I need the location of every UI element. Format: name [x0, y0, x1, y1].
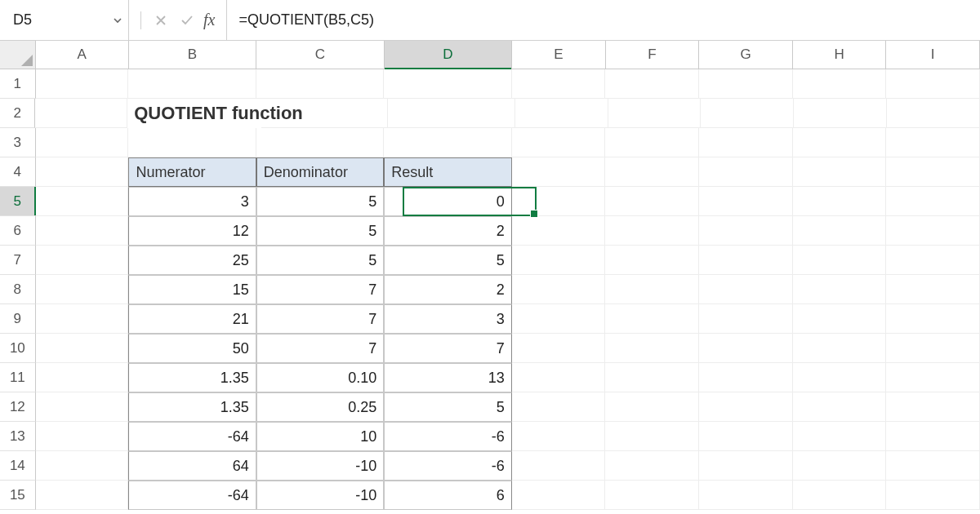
cell-numerator[interactable]: 21: [128, 304, 256, 334]
cell-result[interactable]: 3: [384, 304, 511, 334]
cell-numerator[interactable]: 15: [128, 275, 256, 304]
row-header[interactable]: 10: [0, 334, 36, 363]
cell[interactable]: [793, 216, 887, 246]
table-header-result[interactable]: Result: [384, 157, 511, 187]
cell-result[interactable]: 0: [384, 187, 511, 216]
cell-numerator[interactable]: 50: [128, 334, 256, 363]
cell[interactable]: [886, 392, 980, 422]
cell[interactable]: [886, 451, 980, 481]
row-header[interactable]: 15: [0, 481, 36, 510]
cell-denominator[interactable]: -10: [256, 481, 384, 510]
col-header-I[interactable]: I: [886, 41, 980, 69]
cell[interactable]: [794, 99, 887, 128]
cell-denominator[interactable]: 7: [256, 304, 384, 334]
cell[interactable]: [512, 69, 606, 99]
cell[interactable]: [512, 275, 606, 304]
cell[interactable]: [36, 451, 129, 481]
row-header[interactable]: 12: [0, 392, 36, 422]
cell[interactable]: [793, 304, 887, 334]
cell[interactable]: [605, 246, 699, 275]
cell[interactable]: [886, 422, 980, 451]
cell[interactable]: [793, 69, 887, 99]
select-all-corner[interactable]: [0, 41, 36, 69]
cell[interactable]: [699, 334, 793, 363]
cell-denominator[interactable]: 0.25: [256, 392, 384, 422]
cell-result[interactable]: -6: [384, 451, 511, 481]
cell[interactable]: [384, 69, 511, 99]
cell-denominator[interactable]: 10: [256, 422, 384, 451]
cell[interactable]: [36, 187, 129, 216]
cell[interactable]: [36, 216, 129, 246]
cell[interactable]: [36, 246, 129, 275]
cell[interactable]: [605, 187, 699, 216]
col-header-G[interactable]: G: [699, 41, 793, 69]
cell[interactable]: [699, 216, 793, 246]
cell[interactable]: [699, 304, 793, 334]
cell[interactable]: [512, 422, 606, 451]
name-box[interactable]: D5: [11, 11, 112, 29]
cell[interactable]: [261, 99, 388, 128]
cell-denominator[interactable]: 5: [256, 246, 384, 275]
cell[interactable]: [36, 392, 129, 422]
row-header[interactable]: 14: [0, 451, 36, 481]
cell[interactable]: [605, 304, 699, 334]
table-header-denominator[interactable]: Denominator: [256, 157, 384, 187]
cell[interactable]: [384, 128, 511, 157]
row-header[interactable]: 6: [0, 216, 36, 246]
cell-numerator[interactable]: 1.35: [128, 392, 256, 422]
cell-numerator[interactable]: 64: [128, 451, 256, 481]
cancel-icon[interactable]: [149, 9, 172, 32]
cell[interactable]: [887, 99, 980, 128]
cell-numerator[interactable]: 25: [128, 246, 256, 275]
row-header[interactable]: 3: [0, 128, 36, 157]
cell[interactable]: [605, 392, 699, 422]
row-header[interactable]: 5: [0, 187, 36, 216]
cell[interactable]: [35, 99, 127, 128]
cell[interactable]: [793, 187, 887, 216]
cell[interactable]: [886, 187, 980, 216]
cell[interactable]: [699, 363, 793, 392]
cell-denominator[interactable]: 0.10: [256, 363, 384, 392]
cell[interactable]: [699, 275, 793, 304]
cell[interactable]: [36, 128, 129, 157]
cell-result[interactable]: 13: [384, 363, 511, 392]
cell[interactable]: [699, 246, 793, 275]
cell-denominator[interactable]: 5: [256, 216, 384, 246]
cell-denominator[interactable]: -10: [256, 451, 384, 481]
cell-numerator[interactable]: -64: [128, 422, 256, 451]
cell-result[interactable]: 5: [384, 392, 511, 422]
cell[interactable]: [793, 334, 887, 363]
cell[interactable]: [886, 128, 980, 157]
cell-numerator[interactable]: -64: [128, 481, 256, 510]
page-title[interactable]: QUOTIENT function: [127, 99, 261, 128]
cell[interactable]: [605, 216, 699, 246]
cell[interactable]: [605, 363, 699, 392]
cell[interactable]: [605, 128, 699, 157]
cell[interactable]: [793, 392, 887, 422]
row-header[interactable]: 11: [0, 363, 36, 392]
cell[interactable]: [605, 451, 699, 481]
cell[interactable]: [36, 481, 129, 510]
cell[interactable]: [605, 334, 699, 363]
cell[interactable]: [793, 422, 887, 451]
cell[interactable]: [36, 304, 129, 334]
cell[interactable]: [36, 157, 129, 187]
cell[interactable]: [793, 363, 887, 392]
row-header[interactable]: 1: [0, 69, 36, 99]
cell[interactable]: [793, 451, 887, 481]
cell[interactable]: [512, 187, 606, 216]
cell-numerator[interactable]: 1.35: [128, 363, 256, 392]
row-header[interactable]: 4: [0, 157, 36, 187]
col-header-D[interactable]: D: [385, 41, 513, 69]
cell[interactable]: [36, 363, 129, 392]
cell-result[interactable]: 2: [384, 275, 511, 304]
cell[interactable]: [605, 69, 699, 99]
cell[interactable]: [256, 128, 384, 157]
row-header[interactable]: 9: [0, 304, 36, 334]
cell[interactable]: [608, 99, 702, 128]
cell[interactable]: [512, 363, 606, 392]
cell[interactable]: [793, 481, 887, 510]
cell-numerator[interactable]: 3: [128, 187, 256, 216]
formula-input[interactable]: =QUOTIENT(B5,C5): [226, 0, 980, 40]
cell[interactable]: [605, 157, 699, 187]
